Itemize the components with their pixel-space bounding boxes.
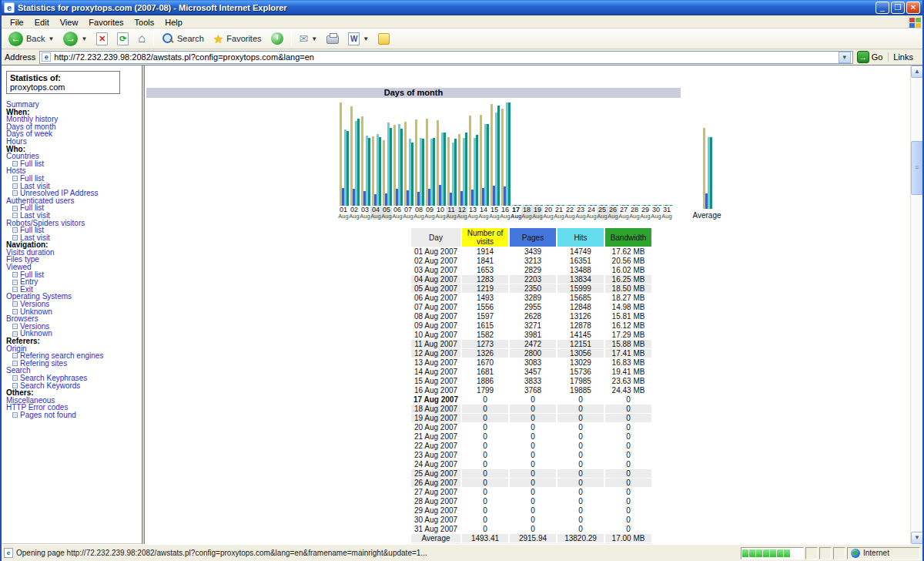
print-icon	[326, 35, 339, 44]
back-button[interactable]: ← Back ▼	[5, 30, 58, 48]
menu-item-help[interactable]: Help	[159, 18, 188, 27]
chart-day-label: 07Aug	[403, 207, 413, 220]
progress-segment	[742, 549, 748, 557]
menu-item-tools[interactable]: Tools	[129, 18, 160, 27]
address-bar: Address e http://72.232.239.98:2082/awst…	[2, 49, 922, 66]
chart-day-label: 31Aug	[661, 207, 672, 220]
chart-day-slot: 28Aug	[629, 102, 640, 220]
history-button[interactable]	[267, 31, 287, 46]
chart-day-slot: 12Aug	[457, 102, 467, 220]
chart-day-slot: 17Aug	[511, 102, 521, 220]
chart-day-label: 05Aug	[381, 207, 392, 220]
menu-item-edit[interactable]: Edit	[29, 18, 55, 27]
status-bar: e Opening page http://72.232.239.98:2082…	[2, 544, 922, 561]
chart-average-label: Average	[692, 211, 721, 220]
menu-item-favorites[interactable]: Favorites	[83, 18, 129, 27]
list-square-icon	[12, 176, 18, 181]
restore-button[interactable]: ❐	[891, 2, 905, 14]
go-button[interactable]: → Go	[857, 51, 883, 63]
chart-day-slot: 06Aug	[392, 102, 403, 220]
mail-dropdown-icon[interactable]: ▼	[311, 35, 317, 42]
table-row: 09 Aug 2007161532711287816.12 MB	[411, 321, 651, 330]
menu-item-view[interactable]: View	[55, 18, 84, 27]
sidebar-item[interactable]: Full list	[6, 160, 139, 168]
chart-day-slot: 20Aug	[543, 102, 554, 220]
chart-day-slot: 27Aug	[618, 102, 629, 220]
search-icon	[162, 32, 174, 45]
progress-segment	[756, 549, 762, 557]
chart-day-slot: 09Aug	[424, 102, 435, 220]
chart-day-label: 11Aug	[446, 207, 457, 220]
stop-button[interactable]: ✕	[92, 31, 112, 47]
list-square-icon	[12, 206, 18, 211]
address-dropdown-icon[interactable]: ▼	[839, 52, 851, 63]
table-row: 20 Aug 20070000	[411, 423, 651, 432]
table-row: 31 Aug 20070000	[411, 525, 651, 533]
close-button[interactable]: ✕	[906, 2, 920, 14]
edit-dropdown-icon[interactable]: ▼	[363, 35, 369, 42]
chart-day-label: 20Aug	[543, 207, 554, 220]
edit-word-button[interactable]: W ▼	[344, 31, 373, 47]
list-square-icon	[12, 183, 18, 189]
progress-segment	[777, 549, 783, 557]
table-row: 13 Aug 2007167030831302916.83 MB	[411, 358, 651, 367]
favorites-star-icon: ★	[213, 33, 223, 45]
minimize-button[interactable]: _	[875, 2, 889, 14]
chart-day-slot: 31Aug	[661, 102, 672, 220]
forward-button[interactable]: → ▼	[59, 30, 91, 48]
table-row: 08 Aug 2007159726281312615.81 MB	[411, 312, 651, 321]
scrollbar-thumb[interactable]	[911, 141, 922, 195]
list-square-icon	[12, 287, 18, 292]
back-dropdown-icon[interactable]: ▼	[48, 35, 54, 42]
menu-item-file[interactable]: File	[5, 18, 29, 27]
table-row: 16 Aug 2007179937681988524.43 MB	[411, 386, 651, 395]
chart-day-slot: 01Aug	[338, 102, 349, 220]
forward-icon: →	[63, 32, 78, 46]
chart-day-slot: 21Aug	[554, 102, 564, 220]
go-arrow-icon: →	[857, 51, 869, 63]
security-zone-pane: Internet	[847, 547, 920, 559]
chart-day-label: 23Aug	[575, 207, 586, 220]
chart-day-label: 13Aug	[467, 207, 478, 220]
chart-day-slot: 08Aug	[413, 102, 424, 220]
list-square-icon	[12, 331, 18, 337]
scroll-up-icon[interactable]: ▲	[911, 66, 922, 78]
browser-content: Statistics of: proxytops.com SummaryWhen…	[2, 66, 922, 544]
sidebar-nav: SummaryWhen:Monthly historyDays of month…	[6, 101, 139, 419]
sidebar-item[interactable]: Hours	[6, 138, 139, 146]
chart-day-slot: 11Aug	[446, 102, 457, 220]
title-bar: e Statistics for proxytops.com (2007-08)…	[2, 0, 922, 15]
chart-day-label: 28Aug	[629, 207, 640, 220]
sidebar-item[interactable]: Pages not found	[6, 412, 139, 419]
refresh-icon: ⟳	[117, 32, 129, 45]
scroll-down-icon[interactable]: ▼	[911, 532, 922, 544]
table-row: 14 Aug 2007168134571573619.41 MB	[411, 368, 651, 376]
zone-label: Internet	[863, 549, 889, 557]
chart-day-slot: 07Aug	[403, 102, 413, 220]
status-pane	[819, 547, 832, 559]
chart-day-label: 04Aug	[370, 207, 381, 220]
chart-day-label: 15Aug	[489, 207, 500, 220]
refresh-button[interactable]: ⟳	[113, 31, 132, 47]
messenger-icon	[378, 33, 390, 45]
search-button[interactable]: Search	[158, 31, 208, 46]
mail-button[interactable]: ✉ ▼	[296, 32, 322, 45]
page-icon: e	[42, 52, 51, 62]
messenger-button[interactable]	[374, 32, 393, 46]
sidebar: Statistics of: proxytops.com SummaryWhen…	[2, 66, 142, 544]
address-input[interactable]: e http://72.232.239.98:2082/awstats.pl?c…	[39, 51, 852, 64]
favorites-button[interactable]: ★ Favorites	[209, 32, 266, 46]
vertical-scrollbar[interactable]: ▲ ▼	[910, 66, 922, 544]
window-title: Statistics for proxytops.com (2007-08) -…	[18, 3, 875, 12]
windows-logo-icon	[908, 16, 921, 28]
chart-day-label: 12Aug	[457, 207, 467, 220]
forward-dropdown-icon[interactable]: ▼	[81, 35, 87, 42]
chart-day-slot: 23Aug	[575, 102, 586, 220]
print-button[interactable]	[323, 32, 343, 45]
chart-day-label: 18Aug	[521, 207, 532, 220]
home-button[interactable]: ⌂	[134, 31, 149, 46]
list-square-icon	[12, 353, 18, 358]
links-menu[interactable]: Links	[888, 52, 919, 62]
table-header-day: Day	[411, 228, 460, 247]
table-row: 10 Aug 2007158239811414517.29 MB	[411, 331, 651, 339]
